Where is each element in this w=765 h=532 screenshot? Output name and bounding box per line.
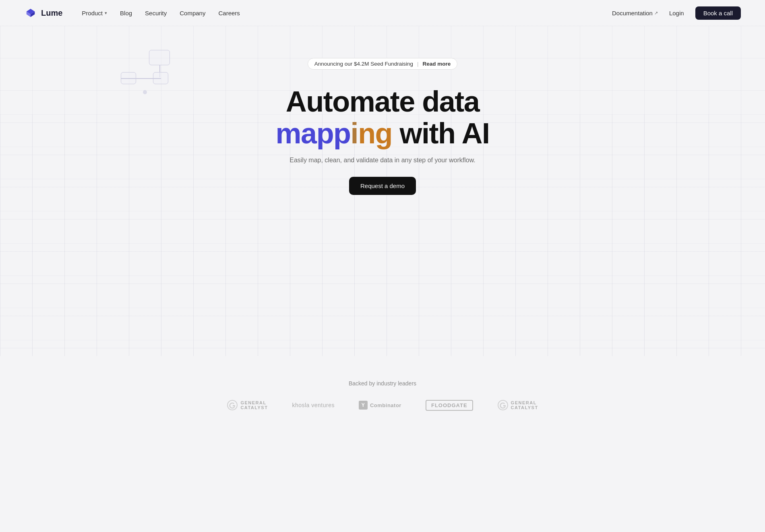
- external-link-icon: ↗: [654, 10, 658, 16]
- mapping-blue-part: mapp: [276, 117, 351, 149]
- backed-by-section: Backed by industry leaders GENERAL CATAL…: [0, 356, 765, 427]
- logo-icon: [24, 8, 37, 18]
- announcement-bar: Announcing our $4.2M Seed Fundraising | …: [308, 58, 458, 70]
- announcement-divider: |: [417, 61, 419, 67]
- request-demo-button[interactable]: Request a demo: [349, 177, 416, 195]
- nav-company[interactable]: Company: [175, 7, 210, 19]
- logo[interactable]: Lume: [24, 8, 62, 18]
- nav-security[interactable]: Security: [140, 7, 172, 19]
- backed-by-label: Backed by industry leaders: [349, 380, 416, 387]
- nav-left: Lume Product ▾ Blog Security Company Car…: [24, 7, 245, 19]
- hero-subtitle: Easily map, clean, and validate data in …: [289, 157, 476, 164]
- logo-text: Lume: [41, 8, 62, 18]
- announcement-read-more[interactable]: Read more: [423, 61, 451, 67]
- nav-blog[interactable]: Blog: [115, 7, 137, 19]
- book-call-button[interactable]: Book a call: [695, 6, 741, 20]
- nav-careers[interactable]: Careers: [213, 7, 244, 19]
- general-catalyst-g-icon-2: [497, 400, 509, 411]
- nav-login[interactable]: Login: [664, 7, 689, 19]
- nav-product[interactable]: Product ▾: [77, 7, 112, 19]
- general-catalyst-g-icon: [227, 400, 238, 411]
- investors-row: GENERAL CATALYST khosla ventures Y Combi…: [227, 400, 538, 411]
- investor-general-catalyst-1: GENERAL CATALYST: [227, 400, 268, 411]
- nav-links: Product ▾ Blog Security Company Careers: [77, 7, 244, 19]
- investor-khosla: khosla ventures: [292, 402, 335, 408]
- nav-documentation[interactable]: Documentation ↗: [612, 10, 658, 17]
- nav-right: Documentation ↗ Login Book a call: [612, 6, 741, 20]
- mapping-orange-light-part: i: [351, 117, 358, 149]
- main-nav: Lume Product ▾ Blog Security Company Car…: [0, 0, 765, 26]
- investor-yc: Y Combinator: [359, 401, 401, 410]
- yc-box-icon: Y: [359, 401, 368, 410]
- announcement-text: Announcing our $4.2M Seed Fundraising: [314, 61, 413, 67]
- mapping-word: mapping: [276, 117, 400, 149]
- hero-section: Announcing our $4.2M Seed Fundraising | …: [0, 26, 765, 356]
- chevron-down-icon: ▾: [105, 10, 107, 16]
- hero-title: Automate data mapping with AI: [276, 86, 490, 149]
- lower-background-grid: [0, 114, 765, 356]
- mapping-orange-part: ng: [358, 117, 392, 149]
- investor-general-catalyst-2: GENERAL CATALYST: [497, 400, 538, 411]
- investor-floodgate: FLOODGATE: [426, 400, 473, 411]
